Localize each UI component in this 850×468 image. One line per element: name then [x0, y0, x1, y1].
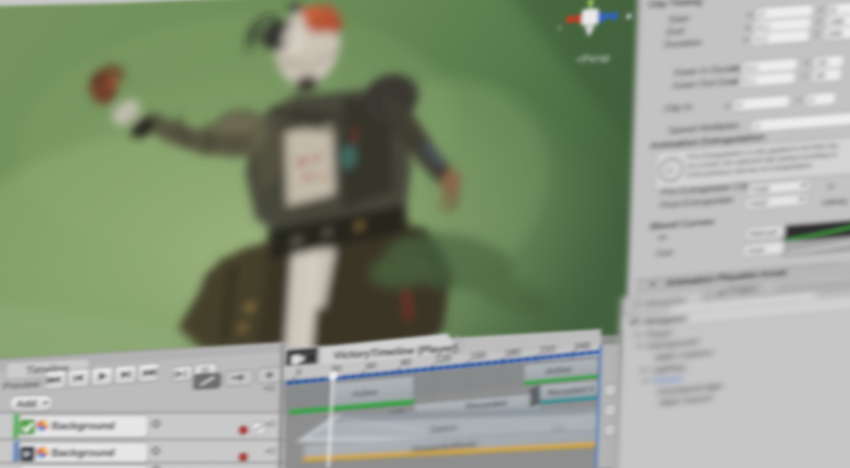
svg-text:30: 30	[817, 57, 828, 68]
svg-text:▾☰: ▾☰	[265, 447, 276, 456]
svg-text:246: 246	[827, 28, 843, 39]
svg-text:In: In	[658, 231, 667, 243]
svg-text:60: 60	[366, 360, 377, 372]
svg-text:▾☰: ▾☰	[264, 383, 276, 393]
svg-text:240: 240	[574, 340, 591, 352]
svg-text:4.1: 4.1	[755, 33, 768, 44]
svg-text:30: 30	[815, 70, 826, 81]
svg-text:Background: Background	[51, 446, 115, 458]
svg-text:s: s	[743, 34, 748, 44]
svg-text:1: 1	[755, 121, 760, 131]
svg-text:s: s	[733, 63, 738, 73]
svg-text:150: 150	[470, 350, 487, 362]
svg-text:0: 0	[737, 100, 743, 111]
svg-text:s: s	[745, 22, 750, 32]
svg-text:s: s	[725, 100, 730, 110]
svg-text:0: 0	[809, 95, 815, 105]
svg-text:246: 246	[829, 16, 845, 27]
svg-text:0.1: 0.1	[743, 75, 756, 86]
svg-text:90: 90	[400, 356, 411, 367]
svg-text:1.1: 1.1	[553, 422, 565, 432]
svg-text:Hold: Hold	[749, 198, 767, 209]
svg-text:0: 0	[296, 367, 302, 378]
svg-text:0: 0	[759, 9, 765, 19]
svg-text:Hold: Hold	[752, 184, 770, 195]
svg-text:Auto: Auto	[747, 245, 765, 256]
svg-text:4.1: 4.1	[757, 21, 770, 32]
svg-text:Background: Background	[51, 419, 115, 431]
svg-text:End: End	[666, 25, 684, 37]
svg-text:0.1: 0.1	[745, 62, 758, 73]
svg-text:120: 120	[435, 353, 452, 365]
svg-text:i: i	[668, 164, 672, 177]
svg-text:Out: Out	[656, 246, 673, 258]
svg-text:Add: Add	[16, 397, 37, 409]
svg-text:Clip In: Clip In	[664, 101, 693, 114]
svg-text:0: 0	[828, 181, 834, 191]
svg-text:0: 0	[831, 5, 837, 15]
svg-text:210: 210	[539, 343, 556, 355]
svg-text:▾☰: ▾☰	[266, 420, 277, 429]
svg-text:180: 180	[504, 346, 521, 358]
svg-text:Start: Start	[668, 12, 690, 25]
svg-text:s: s	[747, 9, 752, 19]
svg-text:s: s	[731, 76, 736, 86]
